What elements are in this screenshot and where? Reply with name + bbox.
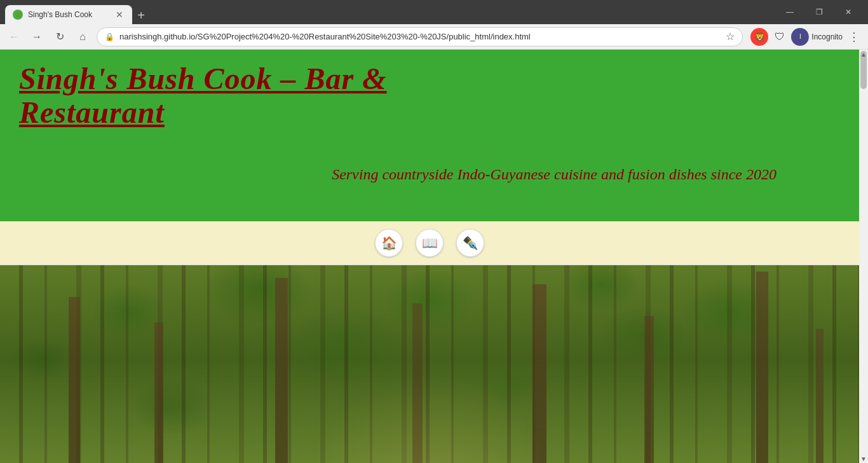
close-button[interactable]: ✕ <box>834 0 863 24</box>
nav-bar: 🏠 📖 ✒️ <box>0 221 859 265</box>
tab-close-button[interactable]: ✕ <box>114 10 125 20</box>
home-nav-icon: 🏠 <box>381 235 397 251</box>
profile-label: I <box>799 33 801 40</box>
reservation-nav-button[interactable]: ✒️ <box>456 229 484 257</box>
toolbar-icons: 🦁 🛡 I Incognito ⋮ <box>750 28 863 46</box>
tree-trunk-8 <box>816 329 824 463</box>
tree-trunk-1 <box>69 297 80 463</box>
browser-chrome: 🌿 Singh's Bush Cook ✕ + — ❐ ✕ <box>0 0 868 24</box>
shield-icon[interactable]: 🛡 <box>771 28 789 46</box>
address-text: narishsingh.github.io/SG%20Project%204%2… <box>119 32 721 41</box>
minimize-button[interactable]: — <box>775 0 804 24</box>
restore-button[interactable]: ❐ <box>804 0 834 24</box>
tab-title: Singh's Bush Cook <box>28 10 109 19</box>
back-button[interactable]: ← <box>5 28 23 46</box>
new-tab-button[interactable]: + <box>132 6 150 24</box>
menu-button[interactable]: ⋮ <box>845 28 863 46</box>
website-content: Singh's Bush Cook – Bar & Restaurant Ser… <box>0 50 859 463</box>
incognito-label: Incognito <box>811 32 843 41</box>
profile-icon[interactable]: I <box>791 28 809 46</box>
tab-bar: 🌿 Singh's Bush Cook ✕ + <box>5 0 150 24</box>
active-tab[interactable]: 🌿 Singh's Bush Cook ✕ <box>5 5 132 24</box>
refresh-button[interactable]: ↻ <box>51 28 69 46</box>
tree-trunk-3 <box>275 278 288 463</box>
site-subtitle: Serving countryside Indo-Guyanese cuisin… <box>19 166 840 209</box>
home-button[interactable]: ⌂ <box>74 28 92 46</box>
address-bar[interactable]: 🔒 narishsingh.github.io/SG%20Project%204… <box>97 27 743 46</box>
reservation-nav-icon: ✒️ <box>463 235 478 251</box>
site-title: Singh's Bush Cook – Bar & Restaurant <box>19 62 400 130</box>
home-nav-button[interactable]: 🏠 <box>375 229 403 257</box>
tree-trunk-7 <box>756 272 768 463</box>
forward-button[interactable]: → <box>28 28 46 46</box>
path-light <box>301 373 559 463</box>
tree-trunk-2 <box>154 322 163 463</box>
scroll-up-arrow[interactable]: ▲ <box>860 50 867 59</box>
menu-nav-button[interactable]: 📖 <box>416 229 444 257</box>
hero-section: Our Restaurant <box>0 265 859 463</box>
site-header: Singh's Bush Cook – Bar & Restaurant Ser… <box>0 50 859 221</box>
bookmark-icon[interactable]: ☆ <box>726 31 735 43</box>
brave-icon[interactable]: 🦁 <box>750 28 768 46</box>
lock-icon: 🔒 <box>105 32 114 41</box>
menu-nav-icon: 📖 <box>422 235 438 251</box>
scrollbar[interactable]: ▲ ▼ <box>859 50 868 463</box>
tree-trunk-6 <box>644 316 654 463</box>
scroll-down-arrow[interactable]: ▼ <box>860 454 867 463</box>
tab-favicon: 🌿 <box>13 10 23 20</box>
window-controls: — ❐ ✕ <box>775 0 863 24</box>
address-bar-row: ← → ↻ ⌂ 🔒 narishsingh.github.io/SG%20Pro… <box>0 24 868 50</box>
